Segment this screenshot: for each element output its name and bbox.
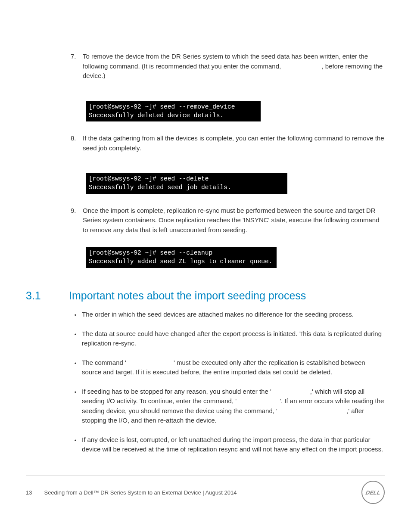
bullet-text-fragment: The command ' bbox=[82, 359, 126, 366]
list-item: • The data at source could have changed … bbox=[69, 329, 385, 348]
list-item: • If seeding has to be stopped for any r… bbox=[69, 387, 385, 426]
terminal-output: [root@swsys-92 ~]# seed --remove_device … bbox=[86, 101, 261, 122]
step-text: Once the import is complete, replication… bbox=[80, 206, 385, 235]
section-heading: 3.1 Important notes about the import see… bbox=[26, 288, 385, 304]
step-9: 9. Once the import is complete, replicat… bbox=[67, 206, 385, 235]
bullet-text: If seeding has to be stopped for any rea… bbox=[82, 387, 385, 426]
step-8: 8. If the data gathering from all the de… bbox=[67, 134, 385, 153]
terminal-output: [root@swsys-92 ~]# seed --cleanup Succes… bbox=[86, 247, 277, 268]
bullet-text: The order in which the seed devices are … bbox=[82, 310, 385, 320]
list-item: • If any device is lost, corrupted, or l… bbox=[69, 435, 385, 454]
list-item: • The order in which the seed devices ar… bbox=[69, 310, 385, 320]
footer-divider bbox=[26, 476, 385, 476]
page-number: 13 bbox=[26, 488, 32, 497]
bullet-icon: • bbox=[69, 310, 82, 320]
ordered-list: 8. If the data gathering from all the de… bbox=[67, 134, 385, 153]
terminal-block-wrap: [root@swsys-92 ~]# seed --delete Success… bbox=[86, 161, 385, 206]
bullet-icon: • bbox=[69, 387, 82, 426]
step-number: 8. bbox=[67, 134, 80, 153]
bullet-icon: • bbox=[69, 358, 82, 377]
bullet-list: • The order in which the seed devices ar… bbox=[69, 310, 385, 454]
section-title: Important notes about the import seeding… bbox=[69, 288, 306, 304]
bullet-text-fragment: If seeding has to be stopped for any rea… bbox=[82, 388, 271, 395]
footer-title: Seeding from a Dell™ DR Series System to… bbox=[44, 488, 237, 497]
section-number: 3.1 bbox=[26, 288, 69, 304]
bullet-text: The command '' must be executed only aft… bbox=[82, 358, 385, 377]
bullet-icon: • bbox=[69, 329, 82, 348]
terminal-block-wrap: [root@swsys-92 ~]# seed --cleanup Succes… bbox=[86, 235, 385, 280]
step-number: 9. bbox=[67, 206, 80, 235]
step-number: 7. bbox=[67, 52, 80, 81]
step-body: To remove the device from the DR Series … bbox=[80, 52, 385, 81]
terminal-block-wrap: [root@swsys-92 ~]# seed --remove_device … bbox=[86, 89, 385, 134]
svg-text:DELL: DELL bbox=[365, 489, 381, 496]
page-footer: 13 Seeding from a Dell™ DR Series System… bbox=[26, 488, 237, 497]
ordered-list: 7. To remove the device from the DR Seri… bbox=[67, 52, 385, 81]
terminal-output: [root@swsys-92 ~]# seed --delete Success… bbox=[86, 173, 287, 194]
step-text: If the data gathering from all the devic… bbox=[80, 134, 385, 153]
ordered-list: 9. Once the import is complete, replicat… bbox=[67, 206, 385, 235]
bullet-text: If any device is lost, corrupted, or lef… bbox=[82, 435, 385, 454]
bullet-icon: • bbox=[69, 435, 82, 454]
step-7: 7. To remove the device from the DR Seri… bbox=[67, 52, 385, 81]
bullet-text: The data at source could have changed af… bbox=[82, 329, 385, 348]
dell-logo-icon: DELL bbox=[361, 480, 385, 504]
list-item: • The command '' must be executed only a… bbox=[69, 358, 385, 377]
